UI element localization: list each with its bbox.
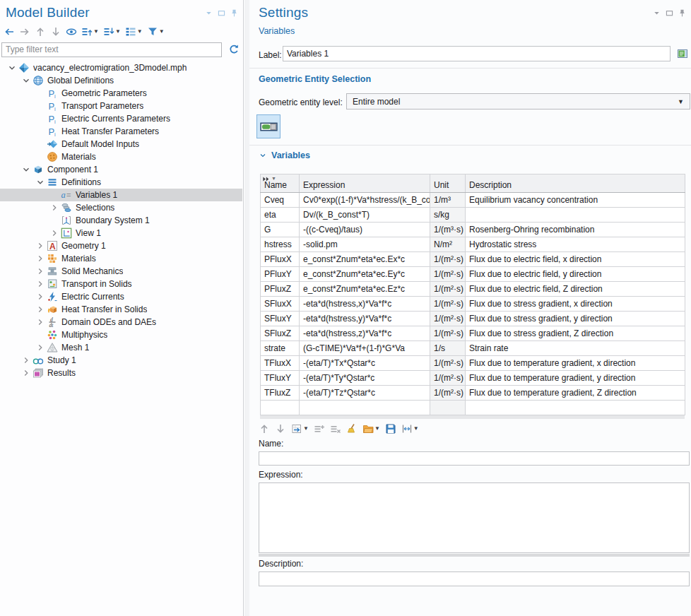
table-cell[interactable]: Flux due to stress gradient, y direction	[466, 312, 685, 326]
table-cell[interactable]: s/kg	[430, 208, 466, 223]
tree-item-heat-transfer-parameters[interactable]: Heat Transfer Parameters	[0, 125, 242, 138]
tree-item-selections[interactable]: Selections	[0, 201, 242, 214]
table-cell[interactable]: SFluxY	[261, 312, 300, 326]
tree-collapse-chevron-icon[interactable]	[20, 76, 33, 85]
move-row-down-button[interactable]	[275, 423, 286, 434]
table-cell[interactable]: -eta*d(hstress,z)*Va*f*c	[300, 326, 430, 341]
tree-expand-chevron-icon[interactable]	[34, 292, 47, 302]
clear-table-button[interactable]	[346, 423, 358, 434]
move-up-button[interactable]	[35, 26, 46, 37]
table-cell[interactable]	[466, 401, 685, 415]
tree-expand-chevron-icon[interactable]	[34, 317, 47, 327]
tree-expand-chevron-icon[interactable]	[20, 355, 33, 365]
table-cell[interactable]: N/m²	[430, 237, 466, 252]
table-cell[interactable]: Equilibrium vacancy concentration	[466, 193, 685, 208]
tree-item-transport-parameters[interactable]: Transport Parameters	[0, 100, 242, 112]
table-cell[interactable]: 1/(m³·s)	[430, 223, 466, 237]
dropdown-caret-icon[interactable]: ▼	[93, 29, 99, 35]
variables-section-header[interactable]: Variables	[259, 150, 310, 160]
tree-item-geometry-1[interactable]: Geometry 1	[0, 239, 242, 252]
tree-item-transport-in-solids[interactable]: Transport in Solids	[0, 278, 242, 290]
active-toggle-button[interactable]	[256, 114, 280, 138]
expression-textarea[interactable]	[259, 482, 690, 553]
tree-expand-chevron-icon[interactable]	[34, 254, 47, 263]
tree-expand-chevron-icon[interactable]	[34, 279, 47, 289]
column-settings-button[interactable]: ▼	[401, 423, 419, 434]
table-cell[interactable]: e_const*Znum*eta*ec.Ex*c	[300, 252, 430, 267]
table-cell[interactable]: -((c-Cveq)/taus)	[300, 223, 430, 237]
dropdown-caret-icon[interactable]: ▼	[137, 29, 143, 35]
table-cell[interactable]: 1/(m²·s)	[430, 386, 466, 401]
table-cell[interactable]: Flux due to electric field, y direction	[466, 267, 685, 282]
float-window-icon[interactable]	[665, 8, 674, 18]
tree-item-electric-currents[interactable]: Electric Currents	[0, 290, 242, 303]
table-cell[interactable]: SFluxZ	[261, 326, 300, 341]
table-cell[interactable]: Cveq	[261, 193, 300, 208]
table-cell[interactable]: -eta*d(hstress,x)*Va*f*c	[300, 297, 430, 312]
table-cell[interactable]: -solid.pm	[300, 237, 430, 252]
refresh-button[interactable]	[226, 42, 242, 57]
table-cell[interactable]: -(eta/T)*Tx*Qstar*c	[300, 356, 430, 371]
panel-menu-icon[interactable]	[652, 8, 661, 18]
table-cell[interactable]: 1/(m²·s)	[430, 252, 466, 267]
tree-expand-chevron-icon[interactable]	[34, 241, 47, 251]
tree-item-default-model-inputs[interactable]: Default Model Inputs	[0, 138, 242, 150]
tree-item-solid-mechanics[interactable]: Solid Mechanics	[0, 265, 242, 278]
collapse-section-icon[interactable]	[259, 151, 267, 160]
table-cell[interactable]: Dv/(k_B_const*T)	[300, 208, 430, 223]
pin-panel-icon[interactable]	[678, 8, 687, 18]
column-header-expression[interactable]: Expression	[300, 174, 430, 193]
panel-splitter[interactable]	[244, 0, 249, 616]
table-cell[interactable]	[300, 401, 430, 415]
tree-expand-chevron-icon[interactable]	[34, 266, 47, 276]
table-cell[interactable]: Rosenberg-Ohring recombination	[466, 223, 685, 237]
tree-item-electric-currents-parameters[interactable]: Electric Currents Parameters	[0, 112, 242, 125]
table-cell[interactable]: (G-cTIME)*Va*f+(1-f)*G*Va	[300, 341, 430, 356]
move-down-button[interactable]	[50, 26, 61, 37]
tree-expand-chevron-icon[interactable]	[34, 343, 47, 353]
table-cell[interactable]: 1/(m²·s)	[430, 312, 466, 326]
column-header-description[interactable]: Description	[466, 174, 685, 193]
table-cell[interactable]: hstress	[261, 237, 300, 252]
description-input[interactable]	[259, 571, 690, 586]
tree-expand-chevron-icon[interactable]	[48, 203, 61, 213]
show-button[interactable]	[66, 26, 77, 37]
horizontal-scrollbar[interactable]	[260, 415, 685, 419]
sort-columns-icon[interactable]: ▼	[262, 175, 276, 183]
tree-item-vacancy-electromigration-3dmodel-mph[interactable]: vacancy_electromigration_3Dmodel.mph	[0, 61, 242, 74]
load-from-file-button[interactable]: ▼	[362, 423, 380, 434]
table-cell[interactable]: 1/m³	[430, 193, 466, 208]
delete-row-button[interactable]	[330, 423, 341, 434]
table-cell[interactable]: e_const*Znum*eta*ec.Ez*c	[300, 282, 430, 297]
tree-item-study-1[interactable]: Study 1	[0, 354, 242, 367]
table-cell[interactable]: 1/(m²·s)	[430, 371, 466, 386]
model-builder-filter-button[interactable]: ▼	[147, 26, 165, 37]
tree-filter-input[interactable]	[1, 42, 222, 57]
tree-expand-chevron-icon[interactable]	[34, 304, 47, 314]
tree-item-results[interactable]: Results	[0, 367, 242, 379]
table-cell[interactable]: Flux due to electric field, x direction	[466, 252, 685, 267]
table-cell[interactable]: Cv0*exp((1-f)*Va*hstress/(k_B_const*T))	[300, 193, 430, 208]
table-cell[interactable]: TFluxX	[261, 356, 300, 371]
table-cell[interactable]: 1/(m²·s)	[430, 282, 466, 297]
table-cell[interactable]: SFluxX	[261, 297, 300, 312]
tree-item-domain-odes-and-daes[interactable]: Domain ODEs and DAEs	[0, 316, 242, 328]
table-cell[interactable]: eta	[261, 208, 300, 223]
geometric-entity-level-select[interactable]: Entire model ▼	[346, 93, 690, 109]
table-cell[interactable]: -(eta/T)*Tz*Qstar*c	[300, 386, 430, 401]
table-cell[interactable]: PFluxZ	[261, 282, 300, 297]
dropdown-caret-icon[interactable]: ▼	[413, 426, 419, 432]
table-cell[interactable]: -eta*d(hstress,y)*Va*f*c	[300, 312, 430, 326]
float-window-icon[interactable]	[217, 8, 226, 18]
table-cell[interactable]: Strain rate	[466, 341, 685, 356]
panel-menu-icon[interactable]	[204, 8, 213, 18]
table-cell[interactable]: Flux due to stress gradient, Z direction	[466, 326, 685, 341]
tree-item-variables-1[interactable]: Variables 1	[0, 189, 242, 201]
settings-breadcrumb[interactable]: Variables	[259, 26, 295, 36]
table-cell[interactable]: 1/(m²·s)	[430, 326, 466, 341]
table-cell[interactable]: Flux due to stress gradient, x direction	[466, 297, 685, 312]
column-header-name[interactable]: ▼Name	[261, 174, 300, 193]
pin-panel-icon[interactable]	[230, 8, 239, 18]
table-cell[interactable]	[430, 401, 466, 415]
expand-all-button[interactable]: ▼	[81, 26, 99, 37]
